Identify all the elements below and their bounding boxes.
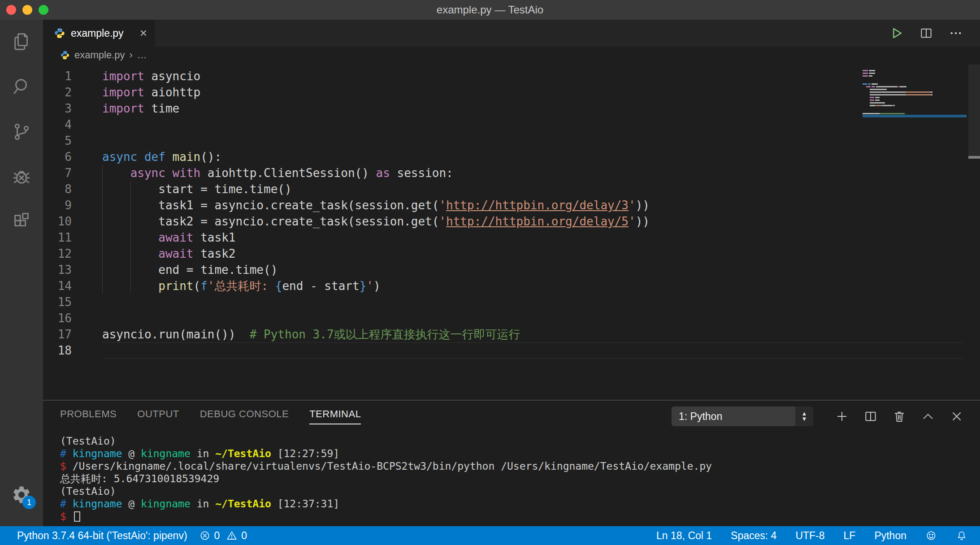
- settings-badge: 1: [22, 496, 36, 509]
- tab-output[interactable]: OUTPUT: [137, 408, 179, 424]
- terminal-line: # kingname @ kingname in ~/TestAio [12:3…: [60, 497, 980, 510]
- new-terminal-icon[interactable]: [835, 409, 849, 424]
- tab-bar: example.py ×: [43, 20, 980, 47]
- indent-guide: [102, 197, 103, 213]
- more-actions-icon[interactable]: [949, 26, 963, 40]
- terminal-picker-value: 1: Python: [679, 411, 722, 423]
- code-line: 6async def main():: [43, 149, 980, 165]
- tab-problems[interactable]: PROBLEMS: [60, 408, 117, 424]
- indent-guide: [130, 262, 131, 278]
- maximize-panel-icon[interactable]: [921, 409, 935, 424]
- line-number: 6: [43, 149, 72, 165]
- panel-controls: 1: Python ▲▼: [672, 407, 964, 426]
- line-number: 5: [43, 133, 72, 149]
- window-title: example.py — TestAio: [0, 0, 980, 20]
- line-number: 16: [43, 310, 72, 326]
- python-interpreter-item[interactable]: Python 3.7.4 64-bit ('TestAio': pipenv): [17, 530, 187, 542]
- source-control-icon[interactable]: [0, 109, 43, 154]
- line-number: 11: [43, 229, 72, 246]
- code-line: 12 await task2: [43, 246, 980, 262]
- breadcrumb-more[interactable]: …: [137, 49, 147, 61]
- extensions-icon[interactable]: [0, 199, 43, 244]
- code-line: 7 async with aiohttp.ClientSession() as …: [43, 165, 980, 181]
- terminal-line: # kingname @ kingname in ~/TestAio [12:2…: [60, 447, 980, 460]
- terminal-output[interactable]: (TestAio)# kingname @ kingname in ~/Test…: [43, 432, 980, 526]
- terminal-picker[interactable]: 1: Python ▲▼: [672, 407, 813, 426]
- settings-gear-icon[interactable]: 1: [0, 472, 43, 517]
- code-line: 2import aiohttp: [43, 84, 980, 100]
- feedback-smiley-icon[interactable]: [925, 530, 937, 541]
- select-spinner-icon: ▲▼: [795, 407, 813, 426]
- editor-actions: [889, 20, 980, 47]
- line-number: 18: [43, 342, 72, 359]
- line-number: 10: [43, 213, 72, 229]
- notifications-bell-icon[interactable]: [956, 530, 967, 541]
- split-editor-icon[interactable]: [919, 26, 933, 40]
- line-number: 13: [43, 262, 72, 278]
- close-panel-icon[interactable]: [950, 409, 964, 424]
- line-number: 17: [43, 326, 72, 342]
- vscode-window: example.py — TestAio 1: [0, 0, 980, 545]
- python-file-icon: [60, 50, 70, 60]
- indent-guide: [130, 229, 131, 246]
- indent-guide: [130, 181, 131, 197]
- problems-item[interactable]: 0 0: [199, 530, 247, 542]
- breadcrumb-file[interactable]: example.py: [74, 49, 125, 61]
- indent-guide: [102, 181, 103, 197]
- activity-bar: 1: [0, 20, 43, 526]
- editor-scrollbar[interactable]: [968, 65, 980, 159]
- indent-guide: [102, 165, 103, 181]
- tab-terminal[interactable]: TERMINAL: [309, 408, 361, 424]
- encoding-item[interactable]: UTF-8: [795, 530, 824, 542]
- line-number: 12: [43, 246, 72, 262]
- code-line: 8 start = time.time(): [43, 181, 980, 197]
- tab-debug-console[interactable]: DEBUG CONSOLE: [200, 408, 289, 424]
- code-line: 17asyncio.run(main()) # Python 3.7或以上程序直…: [43, 326, 980, 342]
- bottom-panel: PROBLEMS OUTPUT DEBUG CONSOLE TERMINAL 1…: [43, 400, 980, 526]
- line-number: 15: [43, 294, 72, 310]
- breadcrumb-separator: ›: [130, 49, 133, 61]
- code-line: 15: [43, 294, 980, 310]
- code-line: 1import asyncio: [43, 68, 980, 84]
- code-line: 9 task1 = asyncio.create_task(session.ge…: [43, 197, 980, 213]
- python-file-icon: [54, 27, 65, 39]
- debug-icon[interactable]: [0, 154, 43, 199]
- run-button[interactable]: [889, 26, 904, 40]
- line-number: 8: [43, 181, 72, 197]
- indent-guide: [102, 229, 103, 246]
- code-line: 13 end = time.time(): [43, 262, 980, 278]
- indent-guide: [102, 278, 103, 294]
- explorer-icon[interactable]: [0, 20, 43, 65]
- cursor-position-item[interactable]: Ln 18, Col 1: [656, 530, 712, 542]
- tab-close-icon[interactable]: ×: [140, 27, 147, 39]
- tab-example-py[interactable]: example.py ×: [43, 20, 155, 47]
- indentation-item[interactable]: Spaces: 4: [731, 530, 776, 542]
- kill-terminal-icon[interactable]: [892, 409, 906, 424]
- indent-guide: [102, 262, 103, 278]
- breadcrumb[interactable]: example.py › …: [43, 47, 980, 64]
- code-line: 10 task2 = asyncio.create_task(session.g…: [43, 213, 980, 229]
- code-editor[interactable]: 1import asyncio2import aiohttp3import ti…: [43, 64, 980, 400]
- terminal-line: 总共耗时: 5.647310018539429: [60, 472, 980, 485]
- error-count: 0: [214, 530, 220, 542]
- code-line: 5: [43, 133, 980, 149]
- indent-guide: [102, 246, 103, 262]
- terminal-cursor: [74, 511, 80, 522]
- indent-guide: [130, 246, 131, 262]
- terminal-line: $ /Users/kingname/.local/share/virtualen…: [60, 460, 980, 472]
- split-terminal-icon[interactable]: [863, 409, 878, 424]
- minimap[interactable]: [863, 69, 967, 117]
- line-number: 4: [43, 117, 72, 133]
- code-line: 16: [43, 310, 980, 326]
- line-number: 2: [43, 84, 72, 100]
- search-icon[interactable]: [0, 65, 43, 109]
- indent-guide: [130, 213, 131, 229]
- eol-item[interactable]: LF: [844, 530, 856, 542]
- code-area: 1import asyncio2import aiohttp3import ti…: [43, 68, 980, 359]
- panel-header: PROBLEMS OUTPUT DEBUG CONSOLE TERMINAL 1…: [43, 401, 980, 432]
- terminal-line: (TestAio): [60, 435, 980, 447]
- line-number: 3: [43, 100, 72, 117]
- titlebar: example.py — TestAio: [0, 0, 980, 20]
- line-number: 7: [43, 165, 72, 181]
- language-mode-item[interactable]: Python: [874, 530, 906, 542]
